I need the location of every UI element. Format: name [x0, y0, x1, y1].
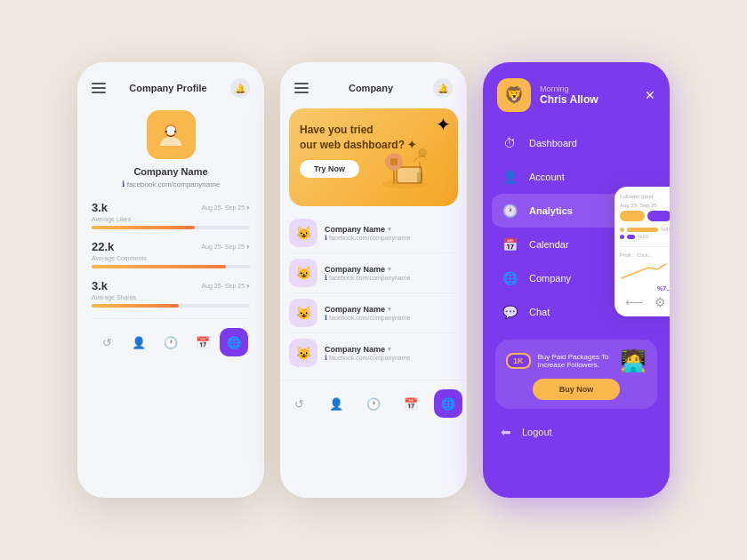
screen2-title: Company: [349, 83, 393, 93]
stats-section: 3.k Aug 25- Sep 25 ▾ Average Likes 22.k …: [92, 201, 250, 308]
bell-icon[interactable]: 🔔: [230, 78, 250, 98]
dashboard-icon: ⏱: [501, 136, 518, 150]
promo-card-text: Buy Paid Packages ToIncrease Followers.: [538, 353, 613, 369]
screen2-header: Company 🔔: [280, 78, 467, 98]
nav-clock[interactable]: 🕐: [157, 328, 185, 356]
calendar-icon: 📅: [501, 237, 518, 252]
stat-row-comments: 22.k Aug 25- Sep 25 ▾ Average Comments: [92, 240, 250, 268]
female-dot: [620, 228, 624, 232]
peek-badge-female: [620, 211, 645, 221]
list-item[interactable]: 😺 Company Name ▾ ℹ facebook.com/companyn…: [289, 253, 458, 293]
peek-nav-settings[interactable]: ⚙: [655, 295, 666, 309]
screen1-company-profile: Company Profile 🔔 Company Name ℹ faceboo…: [77, 62, 264, 498]
svg-point-1: [165, 125, 176, 136]
try-now-button[interactable]: Try Now: [300, 160, 359, 178]
female-percent: %80: [661, 227, 670, 232]
user-greeting: Morning Chris Allow: [540, 84, 636, 106]
chat-icon: 💬: [501, 305, 518, 319]
account-icon: 👤: [501, 170, 518, 184]
male-dot: [620, 235, 624, 239]
nav-calendar-2[interactable]: 📅: [397, 389, 425, 418]
promo-banner: Have you triedour web dashboard? ✦ ✦ Tr: [289, 108, 458, 206]
nav-account-2[interactable]: 👤: [322, 389, 350, 418]
logout-item[interactable]: ⬅ Logout: [483, 416, 670, 448]
peek-nav-back[interactable]: ⟵: [625, 295, 643, 309]
company-avatar-1: 😺: [289, 219, 317, 247]
peek-card: Follower gend Aug 25- Sep 25 %80 %20: [614, 187, 670, 316]
hamburger-icon-2[interactable]: [294, 83, 309, 93]
svg-point-3: [174, 130, 176, 132]
company-list: 😺 Company Name ▾ ℹ facebook.com/companyn…: [280, 206, 467, 372]
male-bar: [627, 235, 635, 239]
list-item[interactable]: 😺 Company Name ▾ ℹ facebook.com/companyn…: [289, 213, 458, 253]
svg-point-2: [165, 130, 167, 132]
company-fb: ℹ facebook.com/companyname: [122, 180, 221, 188]
screen3-menu: 🦁 Morning Chris Allow ✕ ⏱ Dashboard 👤 Ac…: [483, 62, 670, 498]
nav-globe[interactable]: 🌐: [220, 328, 248, 356]
nav-globe-2[interactable]: 🌐: [434, 389, 462, 418]
screen1-header: Company Profile 🔔: [92, 78, 250, 98]
stat-row-likes: 3.k Aug 25- Sep 25 ▾ Average Likes: [92, 201, 250, 229]
bottom-nav: ↺ 👤 🕐 📅 🌐: [92, 318, 250, 367]
close-button[interactable]: ✕: [645, 88, 655, 102]
nav-calendar[interactable]: 📅: [189, 328, 217, 356]
nav-refresh[interactable]: ↺: [93, 328, 122, 356]
nav-refresh-2[interactable]: ↺: [285, 389, 313, 418]
peek-percentage: %7...: [620, 285, 670, 292]
screen2-company: Company 🔔 Have you triedour web dashboar…: [280, 62, 467, 498]
nav-clock-2[interactable]: 🕐: [359, 389, 388, 418]
company-avatar-3: 😺: [289, 299, 317, 327]
peek-bars: %80 %20: [620, 227, 670, 239]
analytics-icon: 🕐: [501, 204, 518, 218]
hamburger-icon[interactable]: [92, 83, 106, 93]
company-name: Company Name: [133, 166, 207, 177]
screen3-header: 🦁 Morning Chris Allow ✕: [483, 62, 670, 123]
buy-now-button[interactable]: Buy Now: [533, 379, 621, 400]
stat-row-shares: 3.k Aug 25- Sep 25 ▾ Avarage Shares: [92, 279, 250, 308]
nav-account[interactable]: 👤: [124, 328, 153, 356]
promo-illustration: 🧑‍💻: [620, 348, 647, 373]
promo-badge: 1K: [506, 353, 531, 369]
profile-avatar: [147, 110, 196, 159]
user-avatar: 🦁: [497, 78, 531, 112]
screen1-title: Company Profile: [129, 83, 206, 93]
svg-rect-11: [417, 172, 422, 183]
menu-item-dashboard[interactable]: ⏱ Dashboard: [483, 126, 670, 160]
male-percent: %20: [638, 234, 648, 239]
list-item[interactable]: 😺 Company Name ▾ ℹ facebook.com/companyn…: [289, 333, 458, 372]
company-avatar-2: 😺: [289, 259, 317, 287]
svg-rect-8: [390, 158, 398, 165]
bell-icon-2[interactable]: 🔔: [433, 78, 453, 98]
female-bar: [627, 228, 658, 232]
peek-chart-section: Profi... Click... %7... ⟵ ⚙: [620, 246, 670, 309]
company-icon: 🌐: [501, 271, 518, 285]
bottom-nav-2: ↺ 👤 🕐 📅 🌐: [280, 380, 467, 428]
promo-headline: Have you triedour web dashboard? ✦: [300, 123, 416, 153]
company-avatar-4: 😺: [289, 339, 317, 367]
logout-icon: ⬅: [501, 425, 511, 439]
promo-card: 1K Buy Paid Packages ToIncrease Follower…: [495, 340, 657, 409]
peek-badge-male: [647, 211, 671, 221]
list-item[interactable]: 😺 Company Name ▾ ℹ facebook.com/companyn…: [289, 293, 458, 333]
